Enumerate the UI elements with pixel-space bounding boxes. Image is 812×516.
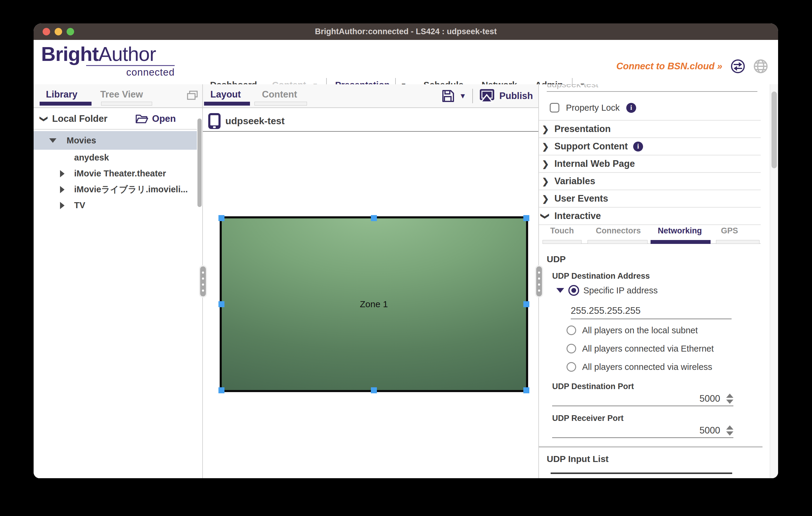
collapsed-arrow-icon[interactable]: [60, 170, 64, 177]
app-window: BrightAuthor:connected - LS424 : udpseek…: [34, 23, 778, 478]
chevron-down-icon: ❯: [541, 212, 550, 219]
local-subnet-radio[interactable]: [567, 326, 576, 335]
support-content-info-icon[interactable]: i: [633, 142, 643, 152]
option-local-subnet: All players on the local subnet: [567, 324, 698, 337]
publish-icon[interactable]: [479, 89, 495, 103]
tab-tree-view[interactable]: Tree View: [100, 89, 143, 100]
chevron-right-icon: ❯: [542, 159, 549, 169]
stepper-up-icon[interactable]: [726, 425, 733, 430]
presentation-name-field[interactable]: udpseek-test: [547, 84, 757, 91]
tree-item-imovie-theater[interactable]: iMovie Theater.theater: [34, 165, 197, 182]
section-label: Internal Web Page: [554, 158, 635, 169]
chevron-right-icon: ❯: [542, 194, 549, 204]
udp-destination-port-row: 5000: [552, 392, 733, 406]
specific-ip-radio[interactable]: [568, 285, 579, 296]
collapsed-arrow-icon[interactable]: [60, 202, 64, 209]
property-lock-checkbox[interactable]: [550, 103, 559, 113]
tree-item-movies[interactable]: Movies: [34, 131, 197, 150]
section-label: Variables: [554, 176, 595, 187]
interactive-tabs: Touch Connectors Networking GPS: [543, 225, 761, 244]
section-user-events[interactable]: ❯ User Events: [539, 190, 761, 208]
minimize-window-button[interactable]: [55, 28, 62, 35]
resize-handle-top-left[interactable]: [219, 215, 225, 221]
save-icon[interactable]: [441, 89, 455, 103]
wireless-radio[interactable]: [567, 362, 576, 372]
resize-handle-middle-right[interactable]: [523, 301, 529, 307]
panel-scrollbar-track[interactable]: [770, 84, 778, 478]
window-title: BrightAuthor:connected - LS424 : udpseek…: [315, 27, 497, 36]
close-window-button[interactable]: [42, 28, 50, 35]
presentation-name-field-value: udpseek-test: [547, 84, 757, 89]
save-caret-icon[interactable]: ▼: [459, 92, 466, 100]
stepper-up-icon[interactable]: [726, 394, 733, 398]
tab-gps[interactable]: GPS: [713, 226, 746, 236]
tab-layout[interactable]: Layout: [210, 89, 241, 100]
section-presentation[interactable]: ❯ Presentation: [539, 121, 761, 138]
open-folder-button[interactable]: Open: [135, 113, 176, 124]
ethernet-radio[interactable]: [567, 344, 576, 354]
logo-bright: Bright: [41, 42, 98, 65]
udp-receiver-port-value[interactable]: 5000: [699, 425, 720, 436]
expand-triangle-icon[interactable]: [556, 288, 564, 293]
section-label: Presentation: [554, 124, 611, 134]
properties-panel: udpseek-test Property Lock i ❯ Presentat…: [539, 84, 770, 478]
panel-splitter-handle[interactable]: [535, 265, 543, 298]
network-transfer-icon[interactable]: [731, 59, 745, 73]
content-tab-indicator: [255, 102, 307, 105]
chevron-right-icon: ❯: [542, 176, 549, 186]
tab-touch[interactable]: Touch: [546, 226, 579, 236]
section-internal-web-page[interactable]: ❯ Internal Web Page: [539, 155, 761, 173]
option-via-wireless: All players connected via wireless: [567, 361, 713, 373]
presentation-name: udpseek-test: [225, 116, 285, 127]
brightauthor-logo: BrightAuthor connected: [41, 43, 175, 78]
collapsed-arrow-icon[interactable]: [60, 186, 64, 193]
property-lock-info-icon[interactable]: i: [626, 103, 636, 113]
tab-content[interactable]: Content: [262, 89, 297, 100]
connectors-tab-indicator: [587, 240, 647, 244]
tree-item-imovie-library[interactable]: iMovieライブラリ.imovieli...: [34, 182, 197, 198]
section-variables[interactable]: ❯ Variables: [539, 173, 761, 190]
panels-icon[interactable]: [187, 90, 198, 100]
panel-scrollbar-thumb[interactable]: [772, 91, 777, 168]
option-label: All players on the local subnet: [582, 326, 698, 335]
specific-ip-label: Specific IP address: [583, 285, 658, 296]
zone-label: Zone 1: [360, 299, 388, 309]
tree-item-tv[interactable]: TV: [34, 198, 197, 213]
zoom-window-button[interactable]: [67, 28, 74, 35]
section-label: Support Content: [554, 141, 628, 152]
publish-button[interactable]: Publish: [499, 91, 533, 101]
section-label: Interactive: [554, 211, 601, 221]
udp-input-list-underline: [551, 473, 732, 474]
resize-handle-top-center[interactable]: [371, 215, 377, 221]
resize-handle-bottom-right[interactable]: [523, 387, 529, 393]
name-field-underline: [547, 91, 757, 92]
resize-handle-top-right[interactable]: [523, 215, 529, 221]
receiver-port-stepper[interactable]: [726, 425, 733, 435]
tab-networking[interactable]: Networking: [652, 226, 707, 236]
destination-port-stepper[interactable]: [726, 394, 733, 404]
logo-wordmark: BrightAuthor: [41, 43, 175, 64]
stepper-down-icon[interactable]: [726, 431, 733, 435]
section-interactive[interactable]: ❯ Interactive: [539, 208, 761, 225]
expanded-arrow-icon[interactable]: [49, 138, 56, 143]
tree-item-anydesk[interactable]: anydesk: [34, 150, 197, 165]
local-folder-collapse-icon[interactable]: ❯: [39, 116, 49, 122]
resize-handle-bottom-left[interactable]: [219, 387, 225, 393]
zone-1-region[interactable]: Zone 1: [220, 216, 528, 392]
tab-library[interactable]: Library: [46, 89, 78, 100]
titlebar[interactable]: BrightAuthor:connected - LS424 : udpseek…: [34, 23, 778, 40]
tab-connectors[interactable]: Connectors: [590, 226, 646, 236]
stepper-down-icon[interactable]: [726, 400, 733, 404]
connect-bsn-link[interactable]: Connect to BSN.cloud »: [616, 61, 722, 72]
sidebar-scrollbar-thumb[interactable]: [198, 119, 202, 207]
resize-handle-bottom-center[interactable]: [371, 387, 377, 393]
sidebar-splitter-handle[interactable]: [199, 265, 207, 298]
logo-connected: connected: [41, 67, 175, 78]
globe-icon[interactable]: [753, 59, 768, 73]
resize-handle-middle-left[interactable]: [219, 301, 225, 307]
ip-address-input[interactable]: [571, 305, 732, 319]
section-support-content[interactable]: ❯ Support Content i: [539, 138, 761, 155]
option-label: All players connected via wireless: [582, 362, 713, 372]
header-right: Connect to BSN.cloud »: [616, 59, 768, 73]
udp-destination-port-value[interactable]: 5000: [699, 393, 720, 404]
